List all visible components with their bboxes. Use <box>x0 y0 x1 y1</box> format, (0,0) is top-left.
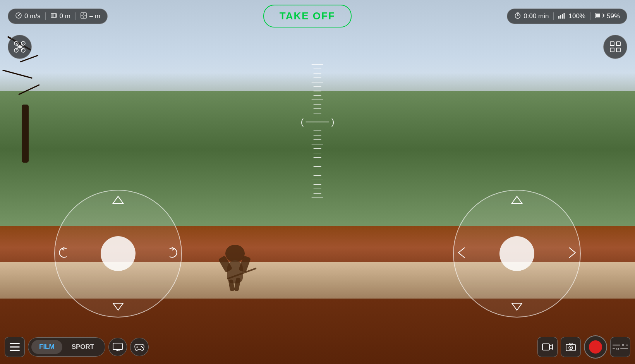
stat-separator-2 <box>75 12 76 20</box>
record-indicator <box>589 340 602 354</box>
alt-tick <box>314 148 321 149</box>
right-joystick[interactable] <box>453 190 581 318</box>
video-button[interactable] <box>537 337 558 357</box>
alt-tick <box>314 104 321 105</box>
settings-lines <box>613 344 628 350</box>
alt-tick <box>314 130 321 131</box>
signal-icon <box>558 12 566 20</box>
svg-point-45 <box>142 347 143 348</box>
alt-tick <box>312 162 323 163</box>
svg-point-44 <box>141 346 142 347</box>
alt-tick <box>314 135 321 136</box>
record-button[interactable] <box>584 335 607 359</box>
drone-button[interactable] <box>8 35 32 59</box>
alt-tick <box>314 153 321 154</box>
alt-bracket-left: ( <box>301 117 304 127</box>
signal-stat: 100% <box>558 12 585 20</box>
svg-rect-33 <box>610 48 614 52</box>
svg-rect-17 <box>562 14 563 19</box>
alt-bracket-right: ) <box>331 117 334 127</box>
svg-rect-35 <box>10 343 20 344</box>
alt-center-line <box>306 122 329 122</box>
alt-tick <box>314 189 321 189</box>
battery-icon <box>595 13 604 20</box>
svg-rect-18 <box>564 13 565 19</box>
left-joystick-rotate-right <box>166 247 177 261</box>
alt-tick <box>314 69 321 69</box>
left-joystick[interactable] <box>54 190 182 318</box>
hud-left-stats: 0 m/s 0 m <box>8 9 108 24</box>
altitude-value: – m <box>89 12 100 20</box>
svg-rect-36 <box>10 347 20 348</box>
svg-point-50 <box>570 347 572 349</box>
timer-value: 0:00 min <box>523 12 549 20</box>
alt-center-marker: ( ) <box>301 117 335 127</box>
left-joystick-center[interactable] <box>101 236 136 271</box>
right-joystick-center[interactable] <box>499 236 534 271</box>
speed-icon <box>15 12 22 21</box>
signal-value: 100% <box>568 12 585 20</box>
tree-trunk <box>22 105 29 163</box>
alt-tick <box>314 91 321 91</box>
grid-button[interactable] <box>603 35 627 59</box>
screen-button[interactable] <box>108 338 127 356</box>
right-separator-1 <box>553 12 554 20</box>
film-mode-button[interactable]: FILM <box>31 340 62 354</box>
svg-rect-46 <box>542 344 549 350</box>
top-hud: 0 m/s 0 m <box>0 5 635 27</box>
distance-stat: 0 m <box>50 12 70 21</box>
alt-tick <box>314 95 321 96</box>
menu-button[interactable] <box>5 337 25 357</box>
gamepad-button[interactable] <box>130 338 149 356</box>
alt-tick <box>314 166 321 167</box>
svg-rect-21 <box>596 14 600 17</box>
alt-tick <box>314 77 321 78</box>
bottom-bar: FILM SPORT <box>0 330 635 364</box>
svg-rect-32 <box>616 42 620 46</box>
photo-button[interactable] <box>561 337 581 357</box>
svg-rect-20 <box>603 14 604 17</box>
altitude-ticks: ( ) <box>301 62 335 200</box>
alt-tick <box>314 113 321 114</box>
svg-rect-31 <box>610 42 614 46</box>
left-joystick-up <box>112 194 124 206</box>
settings-button[interactable] <box>610 337 630 357</box>
app-container: 0 m/s 0 m <box>0 0 635 364</box>
alt-tick <box>314 108 321 109</box>
alt-tick <box>314 86 321 87</box>
right-joystick-up <box>511 194 523 206</box>
alt-tick <box>312 100 323 100</box>
bottom-right-controls <box>537 335 630 359</box>
altitude-stat: – m <box>80 12 100 21</box>
alt-tick <box>312 82 323 82</box>
take-off-button[interactable]: TAKE OFF <box>263 5 352 27</box>
stat-separator <box>45 12 46 20</box>
speed-value: 0 m/s <box>24 12 41 20</box>
alt-tick <box>314 157 321 158</box>
altitude-icon <box>80 12 87 21</box>
monkey-body <box>220 245 251 291</box>
timer-icon <box>514 12 521 21</box>
sport-mode-button[interactable]: SPORT <box>64 340 102 354</box>
alt-tick <box>312 144 323 145</box>
right-joystick-down <box>511 301 523 313</box>
left-joystick-rotate-left <box>59 247 70 261</box>
alt-tick <box>314 171 321 172</box>
distance-value: 0 m <box>60 12 70 20</box>
svg-rect-34 <box>616 48 620 52</box>
speed-stat: 0 m/s <box>15 12 41 21</box>
hud-right-stats: 0:00 min 100% <box>507 9 627 24</box>
right-joystick-left <box>458 247 466 261</box>
svg-point-1 <box>18 15 19 16</box>
alt-tick <box>314 73 321 74</box>
right-separator-2 <box>590 12 590 20</box>
alt-tick <box>312 180 323 180</box>
alt-tick <box>314 139 321 140</box>
alt-tick <box>312 64 323 65</box>
timer-stat: 0:00 min <box>514 12 549 21</box>
tree-branch <box>2 70 33 79</box>
right-joystick-right <box>568 247 576 261</box>
bottom-left-controls: FILM SPORT <box>5 337 149 357</box>
altimeter-scale: ( ) <box>301 62 335 200</box>
left-joystick-down <box>112 301 124 313</box>
